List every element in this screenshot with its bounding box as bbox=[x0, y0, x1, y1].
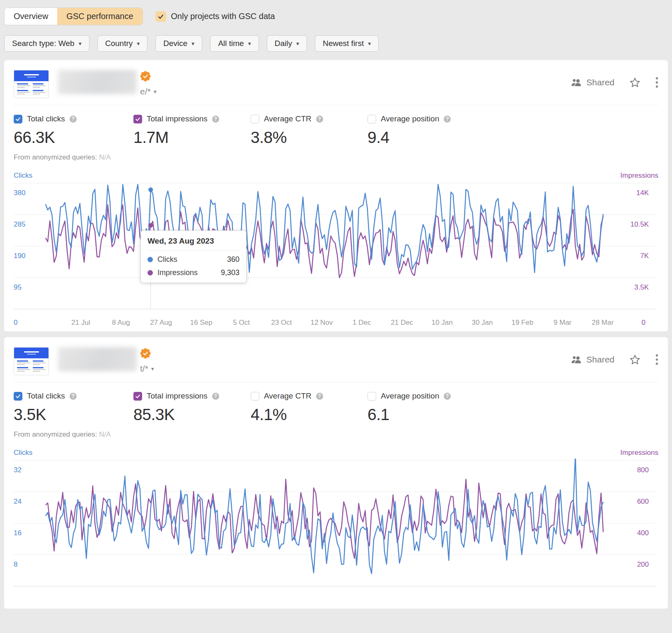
average-position-checkbox[interactable] bbox=[367, 115, 376, 123]
only-gsc-data-label: Only projects with GSC data bbox=[171, 12, 275, 21]
project-url-dropdown[interactable]: t/* ▾ bbox=[140, 364, 154, 374]
shared-button[interactable]: Shared bbox=[571, 77, 614, 87]
average-ctr-value: 3.8% bbox=[251, 128, 367, 147]
svg-text:21 Jul: 21 Jul bbox=[71, 319, 90, 326]
average-position-value: 9.4 bbox=[367, 128, 487, 147]
favorite-star-button[interactable] bbox=[629, 354, 641, 365]
svg-text:10 Jan: 10 Jan bbox=[432, 319, 453, 326]
metric-total-impressions: Total impressions ? 1.7M bbox=[133, 114, 251, 147]
total-clicks-value: 3.5K bbox=[14, 406, 133, 424]
svg-text:9 Mar: 9 Mar bbox=[554, 319, 572, 326]
average-ctr-checkbox[interactable] bbox=[251, 115, 259, 123]
metrics-row: Total clicks ? 66.3K Total impressions ?… bbox=[14, 105, 658, 147]
average-position-value: 6.1 bbox=[367, 406, 487, 424]
star-icon bbox=[629, 77, 641, 88]
svg-text:21 Dec: 21 Dec bbox=[391, 319, 413, 326]
svg-text:8: 8 bbox=[14, 561, 17, 568]
average-ctr-value: 4.1% bbox=[251, 406, 367, 424]
svg-text:3.5K: 3.5K bbox=[634, 283, 649, 291]
checkbox-checked-icon[interactable] bbox=[155, 11, 166, 22]
favorite-star-button[interactable] bbox=[629, 77, 641, 88]
clicks-axis-label: Clicks bbox=[14, 172, 32, 180]
help-icon[interactable]: ? bbox=[316, 116, 323, 123]
chevron-down-icon: ▾ bbox=[79, 40, 82, 47]
svg-text:380: 380 bbox=[14, 189, 25, 197]
star-icon bbox=[629, 354, 641, 365]
help-icon[interactable]: ? bbox=[444, 116, 451, 123]
people-icon bbox=[571, 78, 582, 87]
svg-text:285: 285 bbox=[14, 220, 25, 228]
sort-order-dropdown[interactable]: Newest first▾ bbox=[315, 35, 379, 52]
search-type-dropdown[interactable]: Search type: Web▾ bbox=[4, 35, 89, 52]
more-options-button[interactable] bbox=[655, 77, 658, 88]
average-position-checkbox[interactable] bbox=[367, 392, 376, 401]
chevron-down-icon: ▾ bbox=[191, 40, 194, 47]
metric-average-ctr: Average CTR ? 4.1% bbox=[251, 391, 367, 424]
metric-total-clicks: Total clicks ? 66.3K bbox=[14, 114, 133, 147]
date-range-dropdown[interactable]: All time▾ bbox=[210, 35, 259, 52]
site-thumbnail[interactable] bbox=[14, 347, 49, 375]
total-impressions-checkbox[interactable] bbox=[133, 115, 142, 123]
shared-button[interactable]: Shared bbox=[571, 355, 614, 365]
svg-text:30 Jan: 30 Jan bbox=[471, 319, 493, 326]
country-dropdown[interactable]: Country▾ bbox=[97, 35, 148, 52]
project-card-header: t/* ▾ Shared bbox=[14, 347, 658, 375]
people-icon bbox=[571, 355, 582, 364]
svg-text:14K: 14K bbox=[636, 189, 649, 197]
only-gsc-data-checkbox[interactable]: Only projects with GSC data bbox=[155, 11, 275, 22]
svg-text:200: 200 bbox=[637, 561, 649, 568]
performance-chart[interactable]: 3224168800600400200 bbox=[14, 459, 658, 604]
svg-text:24: 24 bbox=[14, 498, 22, 505]
metric-total-impressions: Total impressions ? 85.3K bbox=[133, 391, 251, 424]
help-icon[interactable]: ? bbox=[444, 393, 451, 400]
device-dropdown[interactable]: Device▾ bbox=[155, 35, 202, 52]
tooltip-date: Wed, 23 Aug 2023 bbox=[147, 237, 239, 251]
more-options-button[interactable] bbox=[655, 354, 658, 365]
total-clicks-checkbox[interactable] bbox=[14, 115, 22, 123]
help-icon[interactable]: ? bbox=[212, 393, 219, 400]
svg-text:95: 95 bbox=[14, 283, 22, 291]
metric-average-ctr: Average CTR ? 3.8% bbox=[251, 114, 367, 147]
granularity-dropdown[interactable]: Daily▾ bbox=[267, 35, 307, 52]
impressions-dot-icon bbox=[147, 270, 153, 275]
site-thumbnail[interactable] bbox=[14, 70, 49, 98]
total-clicks-checkbox[interactable] bbox=[14, 392, 22, 401]
svg-text:16: 16 bbox=[14, 529, 22, 537]
impressions-axis-label: Impressions bbox=[620, 172, 658, 180]
chevron-down-icon: ▾ bbox=[151, 365, 154, 372]
help-icon[interactable]: ? bbox=[70, 116, 77, 123]
svg-text:7K: 7K bbox=[640, 252, 649, 260]
total-impressions-value: 85.3K bbox=[133, 406, 251, 424]
svg-text:600: 600 bbox=[637, 498, 649, 505]
metric-total-clicks: Total clicks ? 3.5K bbox=[14, 391, 133, 424]
total-impressions-checkbox[interactable] bbox=[133, 392, 142, 401]
svg-text:800: 800 bbox=[637, 466, 649, 474]
svg-text:190: 190 bbox=[14, 252, 25, 260]
help-icon[interactable]: ? bbox=[70, 393, 77, 400]
svg-text:0: 0 bbox=[14, 319, 17, 326]
project-name-blurred[interactable] bbox=[58, 70, 137, 94]
view-tabs: Overview GSC performance bbox=[4, 7, 143, 25]
help-icon[interactable]: ? bbox=[212, 116, 219, 123]
project-card: t/* ▾ Shared Total clicks ? bbox=[4, 337, 668, 609]
metric-average-position: Average position ? 6.1 bbox=[367, 391, 487, 424]
tab-overview[interactable]: Overview bbox=[5, 8, 57, 25]
impressions-axis-label: Impressions bbox=[620, 449, 658, 457]
anonymized-queries-note: From anonymized queries: N/A bbox=[14, 153, 658, 162]
svg-text:12 Nov: 12 Nov bbox=[310, 319, 333, 326]
svg-text:19 Feb: 19 Feb bbox=[511, 319, 533, 326]
project-name-blurred[interactable] bbox=[58, 347, 137, 371]
chevron-down-icon: ▾ bbox=[154, 88, 157, 95]
average-ctr-checkbox[interactable] bbox=[251, 392, 259, 401]
metric-average-position: Average position ? 9.4 bbox=[367, 114, 487, 147]
kebab-menu-icon bbox=[655, 77, 658, 88]
clicks-dot-icon bbox=[147, 257, 153, 262]
performance-chart[interactable]: 3802851909514K10.5K7K3.5K021 Jul8 Aug27 … bbox=[14, 181, 658, 327]
help-icon[interactable]: ? bbox=[316, 393, 323, 400]
project-url-dropdown[interactable]: e/* ▾ bbox=[140, 87, 157, 97]
tab-gsc-performance[interactable]: GSC performance bbox=[57, 8, 142, 25]
anonymized-queries-note: From anonymized queries: N/A bbox=[14, 430, 658, 439]
svg-text:23 Oct: 23 Oct bbox=[271, 319, 292, 326]
chevron-down-icon: ▾ bbox=[248, 40, 251, 47]
chevron-down-icon: ▾ bbox=[137, 40, 140, 47]
